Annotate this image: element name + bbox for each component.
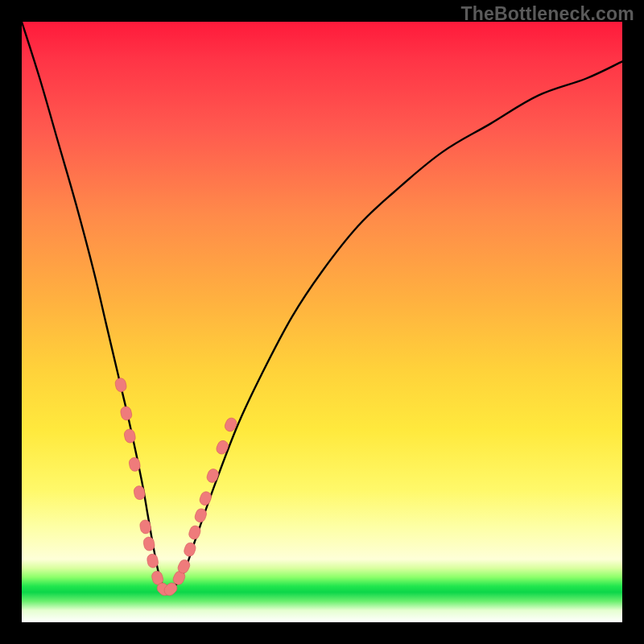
curve-marker	[198, 490, 213, 506]
bottleneck-curve-path	[22, 22, 622, 591]
curve-group	[22, 22, 622, 591]
bottleneck-curve-svg	[22, 22, 622, 622]
curve-marker	[120, 406, 133, 421]
chart-frame: TheBottleneck.com	[0, 0, 644, 644]
curve-markers	[114, 377, 238, 597]
curve-marker	[205, 468, 220, 484]
watermark-text: TheBottleneck.com	[460, 3, 634, 25]
curve-marker	[114, 377, 128, 393]
